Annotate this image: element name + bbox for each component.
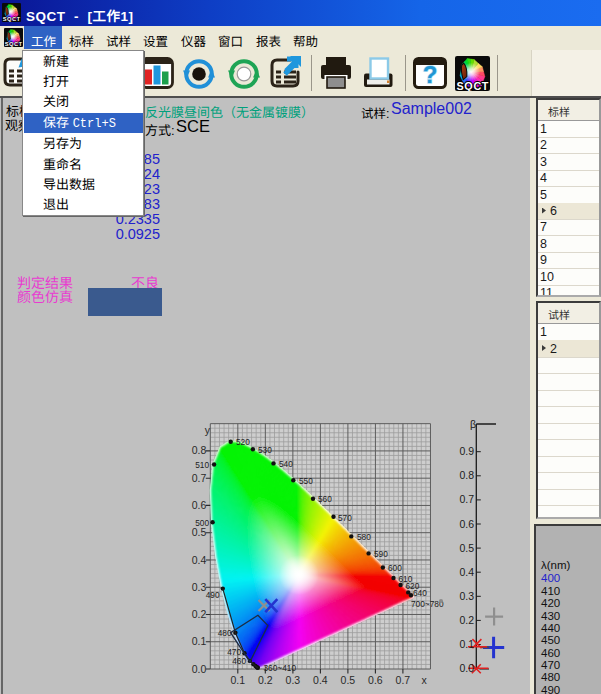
svg-text:x: x xyxy=(421,674,427,686)
svg-text:490: 490 xyxy=(206,590,220,600)
svg-text:β: β xyxy=(470,418,476,430)
svg-text:0.6: 0.6 xyxy=(192,499,207,511)
svg-text:530: 530 xyxy=(258,445,272,455)
svg-text:0.4: 0.4 xyxy=(459,566,474,578)
svg-text:600: 600 xyxy=(388,563,402,573)
svg-text:540: 540 xyxy=(279,459,293,469)
svg-text:0.1: 0.1 xyxy=(230,674,245,686)
svg-text:480: 480 xyxy=(218,628,232,638)
svg-text:0.3: 0.3 xyxy=(286,674,301,686)
svg-text:0.8: 0.8 xyxy=(459,469,474,481)
svg-text:640: 640 xyxy=(413,588,427,598)
svg-text:0.7: 0.7 xyxy=(396,674,411,686)
svg-text:0.5: 0.5 xyxy=(459,542,474,554)
svg-text:0.7: 0.7 xyxy=(459,493,474,505)
svg-text:0.7: 0.7 xyxy=(192,472,207,484)
svg-text:0.5: 0.5 xyxy=(192,526,207,538)
svg-text:500: 500 xyxy=(195,518,209,528)
svg-text:460: 460 xyxy=(232,656,246,666)
svg-text:590: 590 xyxy=(374,549,388,559)
svg-text:580: 580 xyxy=(357,532,371,542)
svg-text:700~780: 700~780 xyxy=(411,599,444,609)
svg-text:0.0: 0.0 xyxy=(192,663,207,675)
svg-text:560: 560 xyxy=(318,494,332,504)
svg-text:0.1: 0.1 xyxy=(459,638,474,650)
svg-text:520: 520 xyxy=(236,437,250,447)
svg-text:510: 510 xyxy=(195,460,209,470)
svg-text:0.4: 0.4 xyxy=(192,554,207,566)
svg-text:0.3: 0.3 xyxy=(192,581,207,593)
svg-text:0.2: 0.2 xyxy=(459,614,474,626)
svg-text:0.9: 0.9 xyxy=(459,445,474,457)
svg-text:0.1: 0.1 xyxy=(192,635,207,647)
svg-text:0.2: 0.2 xyxy=(192,608,207,620)
svg-text:y: y xyxy=(205,424,211,436)
svg-text:0.8: 0.8 xyxy=(192,444,207,456)
svg-text:0.4: 0.4 xyxy=(313,674,328,686)
svg-text:0.6: 0.6 xyxy=(459,518,474,530)
svg-text:360~410: 360~410 xyxy=(264,663,297,673)
svg-text:0.0: 0.0 xyxy=(459,662,474,674)
svg-text:0.6: 0.6 xyxy=(368,674,383,686)
svg-text:0.3: 0.3 xyxy=(459,590,474,602)
svg-text:570: 570 xyxy=(338,513,352,523)
svg-text:0.2: 0.2 xyxy=(258,674,273,686)
svg-text:550: 550 xyxy=(299,476,313,486)
svg-text:0.5: 0.5 xyxy=(341,674,356,686)
